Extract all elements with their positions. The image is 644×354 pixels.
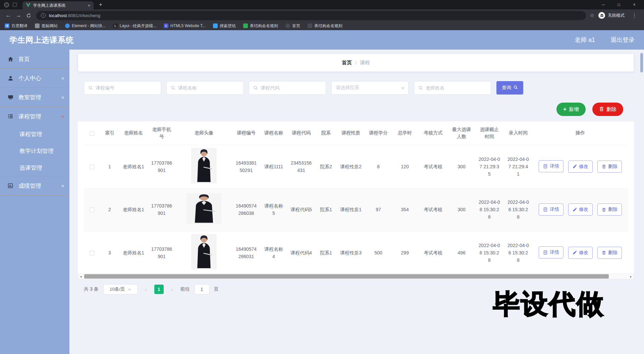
sidebar-item-home[interactable]: 首页 bbox=[0, 50, 69, 68]
bookmark-item[interactable]: 图标网站 bbox=[35, 23, 58, 29]
teacher-avatar bbox=[191, 265, 217, 271]
sidebar: 首页个人中心∨教室管理∨课程管理∧课程管理教学计划管理选课管理成绩管理∨ bbox=[0, 50, 69, 354]
cell-entry_time: 2022-04-07 21:29:41 bbox=[504, 145, 533, 188]
delete-button[interactable]: 删除 bbox=[592, 103, 623, 116]
page-1-button[interactable]: 1 bbox=[154, 285, 164, 294]
reload-button[interactable] bbox=[23, 13, 34, 18]
course-no-filter-input[interactable] bbox=[96, 85, 157, 91]
sidebar-item-grade-mgmt[interactable]: 成绩管理∨ bbox=[0, 176, 69, 195]
bookmark-item[interactable]: 表结构命名规则 bbox=[308, 23, 342, 29]
vertical-scrollbar-thumb[interactable] bbox=[640, 53, 643, 72]
delete-button[interactable]: 删除 bbox=[597, 203, 622, 216]
row-checkbox[interactable] bbox=[90, 165, 94, 169]
cell-course_name: 课程名称4 bbox=[260, 231, 287, 274]
detail-button[interactable]: 详情 bbox=[539, 203, 564, 216]
back-button[interactable]: ← bbox=[3, 12, 13, 19]
cell-course_code: 23453156431 bbox=[287, 145, 315, 188]
course-code-filter-input[interactable] bbox=[261, 85, 322, 91]
edit-button[interactable]: 修改 bbox=[568, 247, 593, 259]
cell-teacher_name: 老师姓名1 bbox=[119, 145, 148, 188]
course-no-filter[interactable] bbox=[84, 81, 161, 95]
bookmark-item[interactable]: 5HTML5 Website T... bbox=[164, 23, 206, 28]
bookmark-item[interactable]: 表结构命名规则 bbox=[243, 23, 278, 29]
browser-tab[interactable]: 学生网上选课系统 × bbox=[22, 1, 94, 9]
page-unit-label: 页 bbox=[214, 286, 219, 292]
detail-button[interactable]: 详情 bbox=[539, 246, 564, 258]
cell-course_nature: 课程性质2 bbox=[337, 145, 365, 188]
course-code-filter[interactable] bbox=[249, 81, 326, 95]
rules-site-icon-2 bbox=[308, 23, 312, 28]
cell-assessment: 考试考核 bbox=[418, 231, 448, 274]
search-icon bbox=[171, 85, 175, 90]
window-maximize-button[interactable]: □ bbox=[611, 2, 627, 7]
bookmark-item[interactable]: 首页 bbox=[285, 23, 300, 29]
select-placeholder: 请选择院系 bbox=[336, 85, 399, 91]
bookmark-star-icon[interactable]: ☆ bbox=[590, 12, 594, 18]
sidebar-subitem-course-mgmt-sub[interactable]: 课程管理 bbox=[0, 126, 69, 142]
add-button[interactable]: + 新增 bbox=[556, 103, 586, 116]
sidebar-subitem-teaching-plan-mgmt[interactable]: 教学计划管理 bbox=[0, 142, 69, 159]
bookmark-item[interactable]: 译百度翻译 bbox=[5, 23, 28, 29]
query-button[interactable]: 查询 bbox=[496, 81, 523, 95]
bookmark-label: 表结构命名规则 bbox=[314, 23, 342, 29]
forward-button[interactable]: → bbox=[13, 12, 23, 19]
goto-page-input[interactable] bbox=[195, 284, 209, 294]
bookmark-label: Element - 网站快... bbox=[72, 23, 106, 29]
home-site-icon bbox=[285, 23, 290, 28]
sidebar-item-course-mgmt[interactable]: 课程管理∧ bbox=[0, 107, 69, 126]
col-header-course_nature: 课程性质 bbox=[337, 121, 365, 145]
prev-page-button[interactable]: ‹ bbox=[142, 287, 150, 292]
table-row: 1老师姓名1177037869011649338150291课程11112345… bbox=[84, 145, 628, 188]
cell-total_hours: 354 bbox=[392, 188, 418, 231]
cell-max_students: 300 bbox=[448, 188, 475, 231]
browser-menu-icon[interactable]: ⋮ bbox=[632, 12, 637, 18]
breadcrumb-home-link[interactable]: 首页 bbox=[342, 60, 352, 66]
delete-button[interactable]: 删除 bbox=[597, 161, 622, 173]
detail-button[interactable]: 详情 bbox=[539, 160, 564, 172]
edit-button[interactable]: 修改 bbox=[568, 203, 593, 216]
bookmark-item[interactable]: 搜索壁纸 bbox=[213, 23, 236, 29]
tab-workspace-icon[interactable] bbox=[12, 2, 17, 7]
scroll-left-arrow-icon[interactable]: ◂ bbox=[78, 275, 84, 278]
course-name-filter[interactable] bbox=[166, 81, 244, 95]
window-minimize-button[interactable]: ─ bbox=[596, 2, 611, 7]
page-size-select[interactable]: 10条/页 ∨ bbox=[103, 284, 138, 294]
new-tab-button[interactable]: + bbox=[99, 1, 102, 8]
department-filter[interactable]: 请选择院系∨ bbox=[331, 81, 409, 95]
bookmark-label: 首页 bbox=[292, 23, 300, 29]
sidebar-subitem-course-selection-mgmt[interactable]: 选课管理 bbox=[0, 159, 69, 176]
cell-deadline: 2022-04-07 21:29:35 bbox=[475, 145, 504, 188]
window-close-button[interactable]: × bbox=[627, 2, 642, 7]
next-page-button[interactable]: › bbox=[168, 287, 176, 292]
page-size-value: 10条/页 bbox=[110, 286, 125, 292]
edit-button[interactable]: 修改 bbox=[568, 161, 593, 173]
chevron-down-icon: ∨ bbox=[61, 184, 64, 188]
folder-icon bbox=[35, 23, 40, 28]
edit-button-label: 修改 bbox=[579, 164, 588, 170]
bookmark-item[interactable]: LLayui - 经典开源模... bbox=[113, 23, 156, 29]
teacher-name-filter-input[interactable] bbox=[426, 85, 487, 91]
scroll-right-arrow-icon[interactable]: ▸ bbox=[628, 275, 634, 278]
select-all-checkbox[interactable] bbox=[90, 131, 94, 136]
browser-toolbar: ← → i localhost:8081/#/kecheng ☆ 无痕模式 ⋮ bbox=[0, 9, 644, 21]
sidebar-block: 课程管理∧课程管理教学计划管理选课管理 bbox=[0, 107, 69, 176]
logout-link[interactable]: 退出登录 bbox=[610, 36, 635, 44]
table-actions: + 新增 删除 bbox=[556, 103, 623, 116]
delete-button[interactable]: 删除 bbox=[597, 247, 622, 259]
teacher-name-filter[interactable] bbox=[414, 81, 491, 95]
row-checkbox[interactable] bbox=[90, 251, 94, 255]
sidebar-block: 个人中心∨ bbox=[0, 69, 69, 88]
cell-teacher_avatar bbox=[176, 188, 232, 231]
scrollbar-thumb[interactable] bbox=[84, 274, 609, 279]
row-checkbox[interactable] bbox=[90, 208, 94, 212]
tab-close-icon[interactable]: × bbox=[88, 3, 90, 8]
address-bar[interactable]: i localhost:8081/#/kecheng bbox=[36, 11, 586, 20]
col-header-max_students: 最大选课人数 bbox=[448, 121, 475, 145]
sidebar-item-classroom-mgmt[interactable]: 教室管理∨ bbox=[0, 88, 69, 107]
cell-sel bbox=[84, 188, 100, 231]
sidebar-item-profile[interactable]: 个人中心∨ bbox=[0, 69, 69, 87]
bookmark-item[interactable]: Element - 网站快... bbox=[65, 23, 106, 29]
cell-max_students: 300 bbox=[448, 145, 475, 188]
course-name-filter-input[interactable] bbox=[178, 85, 239, 91]
sidebar-block: 首页 bbox=[0, 50, 69, 69]
